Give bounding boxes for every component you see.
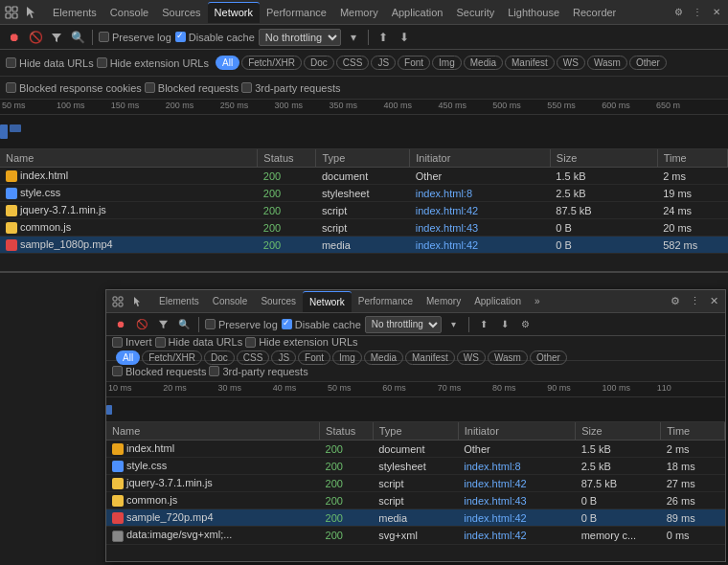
bottom-search-button[interactable]: 🔍 (175, 316, 193, 333)
col-initiator[interactable]: Initiator (410, 149, 551, 168)
filter-tag-js[interactable]: JS (271, 350, 296, 365)
col-type[interactable]: Type (316, 149, 410, 168)
throttling-select[interactable]: No throttling (259, 29, 341, 46)
bottom-col-size[interactable]: Size (576, 422, 661, 441)
filter-tag-all[interactable]: All (216, 56, 239, 70)
tab-performance[interactable]: Performance (352, 291, 420, 312)
bottom-col-name[interactable]: Name (106, 422, 320, 441)
table-row[interactable]: data:image/svg+xml;...200svg+xmlindex.ht… (0, 254, 728, 257)
filter-tag-img[interactable]: Img (332, 350, 362, 365)
filter-tag-fetch-xhr[interactable]: Fetch/XHR (241, 56, 302, 70)
close-icon[interactable]: ✕ (709, 5, 724, 20)
tab-sources[interactable]: Sources (155, 2, 207, 23)
bottom-import-button[interactable]: ⬆ (475, 316, 492, 333)
filter-tag-js[interactable]: JS (371, 56, 396, 70)
table-row[interactable]: jquery-3.7.1.min.js200scriptindex.html:4… (0, 202, 728, 219)
filter-tag-doc[interactable]: Doc (204, 350, 235, 365)
preserve-log-checkbox[interactable] (99, 32, 109, 42)
bottom-settings-icon[interactable]: ⚙ (668, 294, 683, 309)
bottom-settings-toolbar-icon[interactable]: ⚙ (517, 316, 535, 333)
filter-tag-doc[interactable]: Doc (304, 56, 334, 70)
tab-performance[interactable]: Performance (260, 2, 333, 23)
throttle-settings-icon[interactable]: ▾ (345, 29, 362, 46)
table-row[interactable]: data:image/svg+xml;...200svg+xmlindex.ht… (106, 527, 725, 544)
search-button[interactable]: 🔍 (69, 29, 86, 46)
bottom-hide-data-urls-checkbox[interactable] (155, 337, 166, 348)
filter-tag-font[interactable]: Font (298, 350, 330, 365)
filter-tag-media[interactable]: Media (464, 56, 503, 70)
import-button[interactable]: ⬆ (375, 29, 392, 46)
table-row[interactable]: style.css200stylesheetindex.html:82.5 kB… (106, 458, 725, 475)
filter-tag-all[interactable]: All (116, 350, 140, 365)
bottom-filter-toggle[interactable] (154, 316, 171, 333)
table-row[interactable]: index.html200documentOther1.5 kB2 ms (106, 441, 725, 458)
table-row[interactable]: common.js200scriptindex.html:430 B26 ms (106, 492, 725, 509)
blocked-cookies-label[interactable]: Blocked response cookies (6, 82, 142, 94)
bottom-record-button[interactable]: ⏺ (112, 316, 129, 333)
table-row[interactable]: style.css200stylesheetindex.html:82.5 kB… (0, 185, 728, 202)
settings-icon[interactable]: ⚙ (671, 5, 686, 20)
col-status[interactable]: Status (258, 149, 316, 168)
bottom-throttle-arrow[interactable]: ▾ (445, 316, 463, 333)
bottom-hide-ext-label[interactable]: Hide extension URLs (245, 336, 357, 348)
filter-toggle-button[interactable] (48, 29, 65, 46)
blocked-requests-label[interactable]: Blocked requests (145, 82, 239, 94)
disable-cache-checkbox[interactable] (175, 32, 186, 42)
filter-tag-font[interactable]: Font (398, 56, 430, 70)
filter-tag-ws[interactable]: WS (557, 56, 585, 70)
filter-tag-css[interactable]: CSS (336, 56, 370, 70)
record-button[interactable]: ⏺ (6, 29, 23, 46)
hide-data-urls-label[interactable]: Hide data URLs (6, 57, 94, 69)
filter-tag-img[interactable]: Img (432, 56, 462, 70)
tab-application[interactable]: Application (467, 291, 528, 312)
bottom-disable-cache-checkbox[interactable] (282, 319, 292, 329)
tab--[interactable]: » (528, 291, 547, 312)
tab-security[interactable]: Security (449, 2, 501, 23)
bottom-blocked-cookies-label[interactable]: Blocked requests (112, 366, 206, 377)
bottom-table-container[interactable]: Name Status Type Initiator Size Time ind… (106, 422, 725, 547)
table-row[interactable]: sample_720p.mp4200mediaindex.html:420 B8… (106, 509, 725, 527)
tab-sources[interactable]: Sources (254, 291, 303, 312)
tab-console[interactable]: Console (103, 2, 155, 23)
col-time[interactable]: Time (657, 149, 727, 168)
table-row[interactable]: sample_1080p.mp4200mediaindex.html:420 B… (0, 237, 728, 254)
filter-tag-manifest[interactable]: Manifest (405, 350, 455, 365)
bottom-export-button[interactable]: ⬇ (496, 316, 513, 333)
bottom-invert-checkbox[interactable] (112, 337, 123, 348)
filter-tag-other[interactable]: Other (629, 56, 667, 70)
filter-tag-wasm[interactable]: Wasm (587, 56, 627, 70)
tab-application[interactable]: Application (385, 2, 450, 23)
bottom-invert-label[interactable]: Invert (112, 336, 152, 348)
table-row[interactable]: data:image/svg+xml;...200svg+xmlindex.ht… (106, 544, 725, 547)
bottom-inspect-icon[interactable] (110, 294, 125, 309)
bottom-third-party-checkbox[interactable] (209, 366, 219, 376)
filter-tag-manifest[interactable]: Manifest (505, 56, 555, 70)
filter-tag-other[interactable]: Other (530, 350, 567, 365)
bottom-close-icon[interactable]: ✕ (706, 294, 721, 309)
col-size[interactable]: Size (550, 149, 657, 168)
bottom-hide-ext-checkbox[interactable] (245, 337, 256, 348)
more-icon[interactable]: ⋮ (690, 5, 705, 20)
tab-recorder[interactable]: Recorder (566, 2, 623, 23)
bottom-blocked-cookies-checkbox[interactable] (112, 366, 123, 376)
bottom-col-initiator[interactable]: Initiator (458, 422, 575, 441)
bottom-throttling-select[interactable]: No throttling (365, 316, 442, 333)
tab-console[interactable]: Console (206, 291, 255, 312)
bottom-preserve-log-checkbox[interactable] (205, 319, 216, 329)
hide-ext-urls-label[interactable]: Hide extension URLs (97, 57, 209, 69)
hide-data-urls-checkbox[interactable] (6, 57, 16, 68)
bottom-preserve-log-label[interactable]: Preserve log (205, 319, 278, 330)
bottom-col-time[interactable]: Time (661, 422, 725, 441)
preserve-log-label[interactable]: Preserve log (99, 32, 171, 43)
tab-lighthouse[interactable]: Lighthouse (501, 2, 566, 23)
tab-elements[interactable]: Elements (46, 2, 103, 23)
filter-tag-wasm[interactable]: Wasm (488, 350, 528, 365)
bottom-clear-button[interactable]: 🚫 (133, 316, 150, 333)
bottom-hide-data-urls-label[interactable]: Hide data URLs (155, 336, 243, 348)
table-row[interactable]: index.html200documentOther1.5 kB2 ms (0, 168, 728, 185)
tab-elements[interactable]: Elements (152, 291, 206, 312)
table-row[interactable]: jquery-3.7.1.min.js200scriptindex.html:4… (106, 475, 725, 492)
bottom-disable-cache-label[interactable]: Disable cache (282, 319, 361, 330)
bottom-cursor-icon[interactable] (129, 294, 145, 309)
clear-button[interactable]: 🚫 (27, 29, 44, 46)
